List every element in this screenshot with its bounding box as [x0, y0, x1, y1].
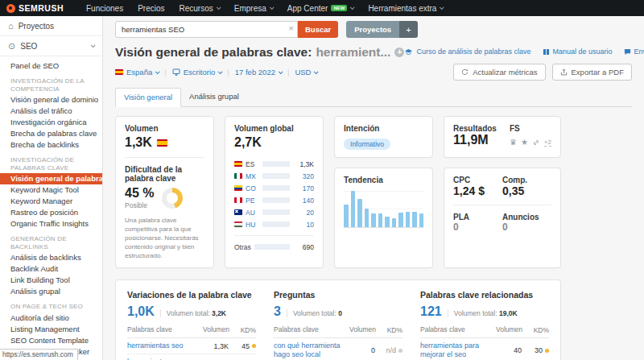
table-row: herramientas para mejorar el seo 40 30 — [420, 338, 549, 360]
trend-bar — [371, 213, 376, 227]
date-filter[interactable]: 17 feb 2022 — [235, 68, 282, 77]
competition-label: Comp. — [502, 176, 551, 184]
difficulty-value: 45 % — [125, 186, 154, 201]
more-features-link[interactable]: +2 — [544, 139, 551, 147]
search-button[interactable]: Buscar — [298, 21, 338, 38]
tab-analisis-grupal[interactable]: Análisis grupal — [181, 88, 247, 107]
nav-item-empresa[interactable]: Empresa — [234, 4, 273, 13]
link-icon[interactable] — [532, 139, 540, 147]
chevron-down-icon — [279, 69, 283, 74]
table-header: Palabras clave Volumen KD% — [127, 319, 256, 338]
sidebar-item-analisis-de-backlinks[interactable]: Análisis de backlinks — [0, 252, 102, 263]
trend-bar — [392, 218, 397, 227]
sidebar-item-analisis-del-trafico[interactable]: Análisis del tráfico — [0, 106, 102, 117]
keyword-link[interactable]: herramientas seo — [127, 341, 203, 350]
manual-link[interactable]: Manual de usuario — [543, 48, 613, 56]
new-badge: NEW — [331, 5, 347, 11]
projects-button[interactable]: Proyectos — [346, 21, 399, 38]
export-pdf-button[interactable]: Exportar a PDF — [552, 64, 632, 81]
nav-item-precios[interactable]: Precios — [138, 4, 164, 13]
kd-dot — [252, 344, 256, 348]
difficulty-description: Una palabra clave competitiva para la qu… — [125, 216, 204, 260]
country-filter[interactable]: España — [115, 68, 159, 77]
trend-bar — [419, 213, 424, 227]
table-count[interactable]: 1,0K — [127, 304, 155, 319]
add-project-button[interactable]: + — [399, 21, 417, 38]
sidebar-item-brecha-de-backlinks[interactable]: Brecha de backlinks — [0, 139, 102, 151]
country-volume-row: MX 320 — [234, 170, 314, 182]
sidebar-item-seo[interactable]: ⊙ SEO — [0, 36, 102, 56]
sidebar-item-vision-general-de-palabras-clave[interactable]: Visión general de palabras clave — [0, 173, 102, 184]
sidebar-item-seo-content-template[interactable]: SEO Content Template — [0, 335, 102, 346]
search-input[interactable] — [115, 21, 298, 38]
trend-bar — [351, 191, 356, 227]
device-filter[interactable]: Escritorio — [172, 68, 222, 77]
sidebar: ⌂ Proyectos ⊙ SEO Panel de SEO INVESTIGA… — [0, 16, 103, 360]
sidebar-item-proyectos[interactable]: ⌂ Proyectos — [0, 16, 102, 36]
country-volume-row: AU 20 — [234, 206, 314, 218]
add-keyword-icon[interactable]: + — [394, 48, 404, 57]
trend-bar-chart — [344, 191, 423, 228]
country-volume-row: CO 170 — [234, 182, 314, 194]
results-card: Resultados 11,9M FS ♛ ★ +2 — [444, 116, 561, 158]
nav-item-recursos[interactable]: Recursos — [180, 4, 220, 13]
table-count[interactable]: 121 — [420, 304, 442, 319]
nav-item-app-center[interactable]: App CenterNEW — [287, 4, 354, 13]
questions-table: Preguntas 3 Volumen total: 0 Palabras cl… — [274, 290, 402, 360]
keyword-link[interactable]: con qué herramienta hago seo local — [274, 341, 349, 359]
trend-bar — [357, 199, 362, 227]
sidebar-item-analisis-grupal[interactable]: Análisis grupal — [0, 286, 102, 297]
cpc-label: CPC — [453, 176, 502, 184]
trend-card: Tendencia — [334, 168, 433, 268]
nav-item-herramientas-extra[interactable]: Herramientas extra — [368, 4, 443, 13]
sidebar-item-rastreo-de-posicion[interactable]: Rastreo de posición — [0, 207, 102, 218]
page-title-keyword: herramient... — [316, 45, 390, 60]
table-header: Palabras clave Volumen KD% — [420, 319, 549, 338]
course-link[interactable]: Curso de análisis de palabras clave — [404, 48, 530, 56]
sidebar-item-listing-management[interactable]: Listing Management — [0, 324, 102, 335]
update-metrics-button[interactable]: Actualizar métricas — [453, 64, 545, 81]
star-icon[interactable]: ★ — [521, 138, 528, 147]
keyword-link[interactable]: herramientas para mejorar el seo — [420, 341, 496, 359]
semrush-logo[interactable]: SEMRUSH — [6, 3, 64, 13]
global-volume-value: 2,7K — [234, 135, 314, 150]
ads-label: Anuncios — [502, 213, 551, 221]
intent-badge[interactable]: Informativo — [344, 139, 390, 150]
page-title: Visión general de palabras clave: herram… — [115, 45, 404, 60]
tab-vision-general[interactable]: Visión general — [115, 88, 181, 107]
chevron-down-icon — [91, 43, 96, 48]
nav-item-funciones[interactable]: Funciones — [86, 4, 123, 13]
seo-gauge-icon: ⊙ — [8, 41, 15, 52]
crown-icon[interactable]: ♛ — [510, 138, 517, 147]
kd-dot — [398, 349, 402, 353]
currency-filter[interactable]: USD — [295, 68, 317, 77]
refresh-icon — [461, 68, 469, 76]
other-countries-row: Otras 690 — [234, 241, 314, 253]
sidebar-item-auditoria-del-sitio[interactable]: Auditoría del sitio — [0, 312, 102, 324]
chevron-down-icon — [350, 5, 355, 10]
chevron-down-icon — [218, 69, 223, 74]
sidebar-item-panel-de-seo[interactable]: Panel de SEO — [0, 60, 102, 72]
spain-flag-icon — [234, 161, 242, 167]
sidebar-item-organic-traffic-insights[interactable]: Organic Traffic Insights — [0, 218, 102, 230]
chevron-down-icon — [155, 69, 160, 74]
sidebar-item-investigacion-organica[interactable]: Investigación orgánica — [0, 117, 102, 128]
sidebar-item-link-building-tool[interactable]: Link Building Tool — [0, 275, 102, 286]
trend-bar — [385, 217, 390, 227]
table-title: Palabras clave relacionadas — [420, 290, 549, 300]
intent-label: Intención — [344, 124, 423, 133]
country-volume-row: HU 10 — [234, 218, 314, 230]
clear-search-icon[interactable]: × — [289, 23, 294, 33]
sidebar-item-keyword-magic-tool[interactable]: Keyword Magic Tool — [0, 184, 102, 196]
pla-label: PLA — [453, 213, 502, 221]
sidebar-item-vision-general-de-dominio[interactable]: Visión general de dominio — [0, 94, 102, 106]
feedback-link[interactable]: Enviar opinión — [624, 48, 644, 56]
table-count[interactable]: 3 — [274, 304, 281, 319]
table-row: con qué herramienta hago seo local 0 n/d — [274, 338, 402, 360]
filters-bar: España | Escritorio | 17 feb 2022 | USD — [115, 68, 317, 77]
sidebar-item-keyword-manager[interactable]: Keyword Manager — [0, 196, 102, 207]
table-title: Preguntas — [274, 290, 402, 300]
sidebar-item-backlink-audit[interactable]: Backlink Audit — [0, 263, 102, 275]
sidebar-item-brecha-de-palabras-clave[interactable]: Brecha de palabras clave — [0, 128, 102, 139]
sidebar-nav: Panel de SEO INVESTIGACIÓN DE LA COMPETE… — [0, 56, 102, 360]
